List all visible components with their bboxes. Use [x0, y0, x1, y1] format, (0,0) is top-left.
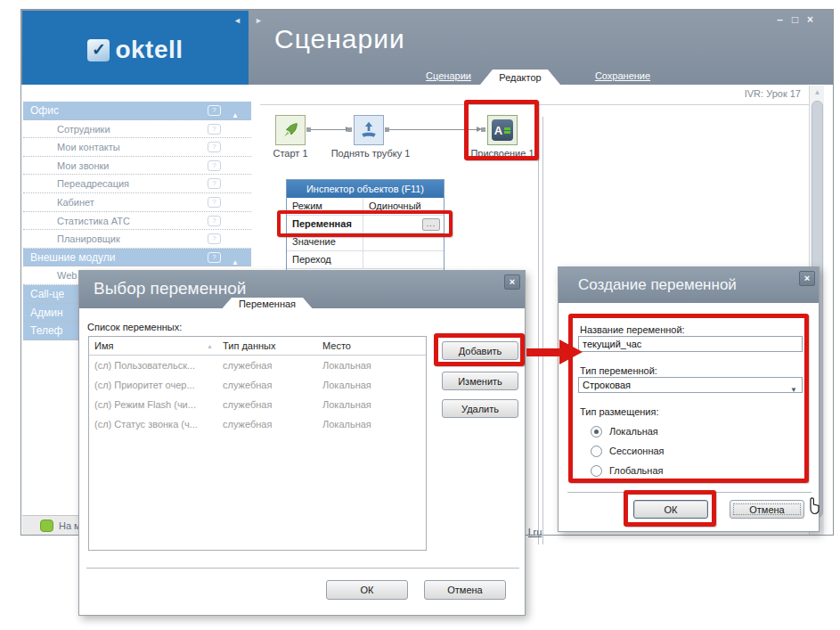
page-title: Сценарии [274, 24, 405, 54]
divider [260, 104, 809, 105]
table-header[interactable]: Имя ▲ Тип данных Место [89, 337, 426, 356]
sidebar-item[interactable]: Статистика АТС? [23, 212, 251, 231]
oktell-logo: ✓ oktell [22, 36, 249, 64]
variables-table-body: (сл) Пользовательск...служебнаяЛокальная… [89, 356, 426, 434]
inspector-row-variable[interactable]: Переменная ... [287, 216, 444, 233]
node-pickup[interactable] [354, 115, 384, 145]
annotation-arrow [526, 348, 560, 356]
tab-variable[interactable]: Переменная [220, 298, 314, 311]
site-link-fragment[interactable]: l.ru [528, 527, 542, 537]
ok-button[interactable]: ОК [633, 500, 708, 519]
column-header-name[interactable]: Имя [89, 337, 223, 355]
assignment-icon: A [492, 119, 513, 141]
connector-dot [385, 127, 389, 132]
close-icon[interactable]: × [799, 271, 815, 286]
table-row[interactable]: (сл) Статус звонка (ч...служебнаяЛокальн… [89, 414, 426, 434]
help-icon[interactable]: ? [208, 160, 221, 171]
radio-option[interactable]: Сессионная [591, 444, 769, 463]
column-header-type[interactable]: Тип данных [223, 337, 322, 355]
divider [567, 492, 811, 493]
help-icon[interactable]: ? [208, 178, 221, 189]
ok-button[interactable]: ОК [326, 580, 408, 600]
sidebar-section[interactable]: Внешние модули?▲ [23, 249, 251, 267]
inspector-row[interactable]: Режим Одиночный [287, 198, 444, 216]
start-icon [281, 120, 300, 140]
ellipsis-button[interactable]: ... [422, 218, 440, 231]
table-cell: (сл) Статус звонка (ч... [89, 414, 223, 434]
expand-right-icon[interactable]: ► [255, 16, 263, 25]
pickup-phone-icon [359, 120, 379, 140]
sidebar-item[interactable]: Кабинет? [23, 193, 251, 212]
inspector-title[interactable]: Инспектор объектов (F11) [287, 180, 444, 198]
dialog-titlebar[interactable]: Создание переменной [559, 267, 819, 303]
node-assignment[interactable]: A [487, 115, 518, 145]
dialog-title: Создание переменной [578, 276, 737, 294]
column-header-place[interactable]: Место [322, 337, 426, 355]
help-icon[interactable]: ? [208, 105, 221, 116]
tab-save[interactable]: Сохранение [578, 70, 667, 85]
cancel-button[interactable]: Отмена [424, 580, 506, 600]
radio-option[interactable]: Локальная [591, 424, 769, 444]
help-icon[interactable]: ? [208, 252, 221, 263]
table-cell: Локальная [322, 414, 426, 434]
maximize-icon[interactable]: □ [788, 13, 802, 27]
scroll-up-icon[interactable]: ▲ [810, 86, 825, 100]
type-label: Тип переменной: [580, 365, 657, 376]
property-value[interactable]: Одиночный [363, 198, 444, 215]
table-cell: служебная [223, 356, 322, 375]
placement-label: Тип размещения: [580, 406, 659, 417]
connector-dot [481, 127, 485, 132]
variable-name-input[interactable]: текущий_час [578, 336, 803, 352]
name-label: Название переменной: [580, 324, 685, 335]
minimize-icon[interactable]: – [773, 13, 787, 27]
table-cell: служебная [223, 414, 322, 434]
sidebar-label: Кабинет [57, 197, 94, 208]
table-row[interactable]: (сл) Режим Flash (чи...служебнаяЛокальна… [89, 395, 426, 414]
inspector-row[interactable]: Переход [287, 251, 444, 269]
assignment-letter: A [494, 124, 502, 137]
list-label: Список переменных: [87, 322, 182, 332]
connector-dot [347, 127, 352, 132]
sidebar-section[interactable]: Офис?▲ [23, 102, 251, 120]
object-inspector: Инспектор объектов (F11) Режим Одиночный… [286, 179, 444, 272]
presence-status-icon[interactable] [40, 520, 53, 532]
edit-button[interactable]: Изменить [442, 372, 518, 390]
variable-type-select[interactable]: Строковая ▼ [578, 377, 803, 393]
sidebar-item[interactable]: Планировщик? [23, 230, 251, 249]
table-row[interactable]: (сл) Приоритет очер...служебнаяЛокальная [89, 375, 426, 395]
help-icon[interactable]: ? [208, 233, 221, 244]
property-name: Режим [287, 198, 363, 215]
help-icon[interactable]: ? [208, 142, 221, 152]
help-icon[interactable]: ? [208, 124, 221, 135]
close-icon[interactable]: × [504, 274, 520, 290]
radio-icon[interactable] [591, 465, 602, 477]
table-cell: (сл) Пользовательск... [89, 356, 223, 375]
sidebar-item[interactable]: Мои контакты? [23, 138, 251, 157]
collapse-left-icon[interactable]: ◄ [233, 16, 241, 25]
property-value[interactable] [363, 251, 444, 268]
radio-icon[interactable] [591, 426, 602, 438]
close-icon[interactable]: × [803, 13, 817, 27]
property-value[interactable] [363, 233, 444, 250]
table-cell: служебная [223, 395, 322, 414]
sidebar-item[interactable]: Мои звонки? [23, 157, 251, 176]
sidebar-label: Телеф [30, 324, 62, 337]
chevron-down-icon[interactable]: ▼ [790, 382, 797, 397]
radio-icon[interactable] [591, 446, 602, 457]
annotation-arrow-head [559, 340, 583, 364]
delete-button[interactable]: Удалить [442, 399, 518, 418]
sidebar-item[interactable]: Сотрудники? [23, 120, 251, 139]
sidebar-label: Call-це [30, 288, 64, 300]
radio-option[interactable]: Глобальная [591, 463, 769, 483]
tab-editor[interactable]: Редактор [480, 70, 560, 85]
tab-scenarios[interactable]: Сценарии [406, 70, 491, 85]
sidebar-item[interactable]: Переадресация? [23, 175, 251, 193]
add-button[interactable]: Добавить [442, 341, 518, 360]
cancel-button[interactable]: Отмена [730, 500, 804, 519]
sort-asc-icon[interactable]: ▲ [207, 343, 213, 349]
table-row[interactable]: (сл) Пользовательск...служебнаяЛокальная [89, 356, 426, 375]
node-start[interactable] [275, 115, 306, 145]
inspector-row[interactable]: Значение [287, 233, 444, 251]
help-icon[interactable]: ? [208, 197, 221, 208]
help-icon[interactable]: ? [208, 216, 221, 226]
